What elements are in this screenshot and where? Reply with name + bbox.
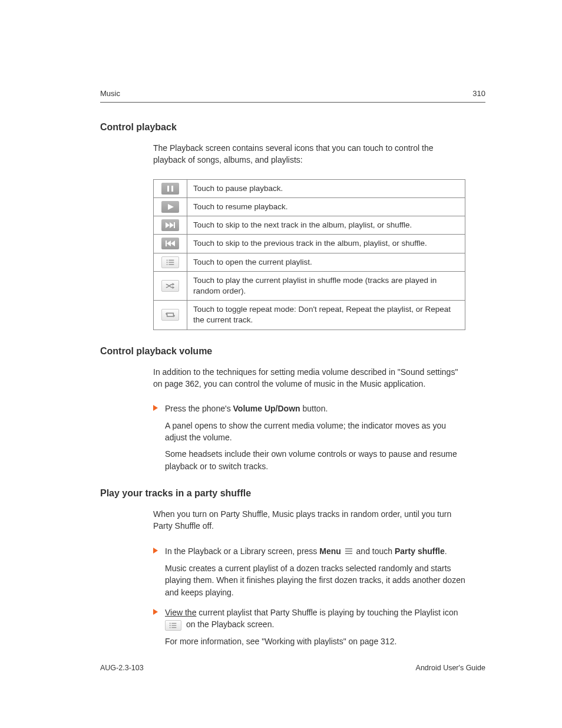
next-icon bbox=[161, 219, 179, 231]
table-row: Touch to skip to the next track in the a… bbox=[154, 216, 465, 235]
svg-marker-7 bbox=[167, 241, 171, 246]
svg-marker-8 bbox=[171, 241, 175, 246]
table-row: Touch to pause playback. bbox=[154, 179, 465, 197]
section1-intro: The Playback screen contains several ico… bbox=[153, 142, 465, 166]
page-header: Music 310 bbox=[100, 88, 485, 103]
section2-intro: In addition to the techniques for settin… bbox=[153, 366, 465, 390]
section3-heading: Play your tracks in a party shuffle bbox=[100, 486, 485, 500]
list-item: View the current playlist that Party Shu… bbox=[153, 607, 465, 647]
svg-point-27 bbox=[170, 627, 171, 628]
b2-sub: For more information, see "Working with … bbox=[165, 635, 465, 647]
b2-a-underline: View the bbox=[165, 608, 196, 617]
menu-icon bbox=[345, 546, 353, 558]
b1-a: In the Playback or a Library screen, pre… bbox=[165, 546, 319, 556]
svg-point-12 bbox=[167, 259, 168, 261]
icon-desc: Touch to resume playback. bbox=[187, 197, 465, 216]
repeat-icon bbox=[161, 309, 179, 321]
bullet-text-b: button. bbox=[300, 404, 328, 413]
icon-desc: Touch to play the current playlist in sh… bbox=[187, 271, 465, 300]
b1-sub: Music creates a current playlist of a do… bbox=[165, 562, 465, 598]
table-row: Touch to open the current playlist. bbox=[154, 253, 465, 271]
list-item: Press the phone's Volume Up/Down button.… bbox=[153, 403, 465, 472]
svg-marker-17 bbox=[173, 314, 175, 317]
header-page-number: 310 bbox=[472, 88, 485, 100]
header-left: Music bbox=[100, 88, 120, 100]
table-row: Touch to resume playback. bbox=[154, 197, 465, 216]
icon-desc: Touch to skip to the next track in the a… bbox=[187, 216, 465, 235]
svg-rect-0 bbox=[167, 186, 169, 192]
icon-desc: Touch to toggle repeat mode: Don't repea… bbox=[187, 301, 465, 330]
svg-marker-18 bbox=[166, 312, 167, 315]
svg-rect-6 bbox=[166, 241, 167, 246]
svg-rect-1 bbox=[171, 186, 173, 192]
bullet-sub1: A panel opens to show the current media … bbox=[165, 420, 465, 444]
table-row: Touch to play the current playlist in sh… bbox=[154, 271, 465, 300]
svg-point-26 bbox=[170, 625, 171, 626]
footer-right: Android User's Guide bbox=[416, 663, 485, 673]
b2-b: on the Playback screen. bbox=[184, 620, 274, 629]
bullet-text-bold: Volume Up/Down bbox=[233, 404, 300, 413]
b1-b: and touch bbox=[354, 546, 395, 556]
menu-bold: Menu bbox=[319, 546, 341, 556]
shuffle-icon bbox=[161, 280, 179, 292]
section2-heading: Control playback volume bbox=[100, 344, 485, 358]
playback-icon-table: Touch to pause playback. Touch to resume… bbox=[153, 179, 465, 330]
bullet-text-a: Press the phone's bbox=[165, 404, 233, 413]
icon-desc: Touch to skip to the previous track in t… bbox=[187, 235, 465, 253]
playlist-icon bbox=[165, 620, 181, 631]
svg-marker-4 bbox=[170, 222, 174, 228]
svg-marker-3 bbox=[166, 222, 170, 228]
svg-marker-16 bbox=[173, 286, 175, 289]
playlist-icon bbox=[161, 256, 179, 268]
svg-marker-2 bbox=[168, 204, 174, 210]
section2-bullets: Press the phone's Volume Up/Down button.… bbox=[153, 403, 465, 472]
pause-icon bbox=[161, 183, 179, 195]
icon-desc: Touch to pause playback. bbox=[187, 179, 465, 197]
prev-icon bbox=[161, 238, 179, 249]
table-row: Touch to toggle repeat mode: Don't repea… bbox=[154, 301, 465, 330]
b1-c: . bbox=[445, 546, 447, 556]
bullet-sub2: Some headsets include their own volume c… bbox=[165, 448, 465, 472]
svg-point-14 bbox=[167, 263, 168, 265]
section3-intro: When you turn on Party Shuffle, Music pl… bbox=[153, 508, 465, 532]
b2-a-rest: current playlist that Party Shuffle is p… bbox=[196, 608, 458, 617]
svg-marker-15 bbox=[173, 283, 175, 286]
play-icon bbox=[161, 201, 179, 213]
table-row: Touch to skip to the previous track in t… bbox=[154, 235, 465, 253]
icon-desc: Touch to open the current playlist. bbox=[187, 253, 465, 271]
page-container: Music 310 Control playback The Playback … bbox=[0, 0, 562, 728]
list-item: In the Playback or a Library screen, pre… bbox=[153, 545, 465, 598]
footer-left: AUG-2.3-103 bbox=[100, 663, 144, 673]
page-footer: AUG-2.3-103 Android User's Guide bbox=[100, 663, 485, 673]
party-bold: Party shuffle bbox=[395, 546, 445, 556]
section1-heading: Control playback bbox=[100, 120, 485, 134]
svg-point-13 bbox=[167, 262, 168, 263]
section3-bullets: In the Playback or a Library screen, pre… bbox=[153, 545, 465, 647]
svg-point-25 bbox=[170, 622, 171, 624]
svg-rect-5 bbox=[174, 222, 175, 228]
